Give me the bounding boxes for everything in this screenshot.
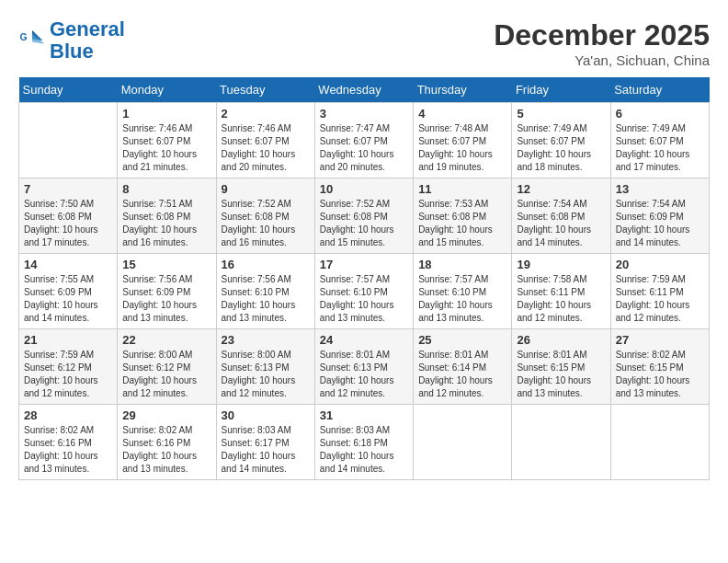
calendar-week-row: 14Sunrise: 7:55 AM Sunset: 6:09 PM Dayli…	[19, 254, 710, 329]
day-number: 19	[517, 258, 605, 271]
calendar-cell: 23Sunrise: 8:00 AM Sunset: 6:13 PM Dayli…	[216, 329, 314, 405]
svg-text:G: G	[20, 31, 28, 42]
day-info: Sunrise: 7:54 AM Sunset: 6:09 PM Dayligh…	[616, 198, 704, 249]
day-info: Sunrise: 7:57 AM Sunset: 6:10 PM Dayligh…	[418, 273, 506, 325]
day-info: Sunrise: 8:01 AM Sunset: 6:14 PM Dayligh…	[418, 349, 506, 400]
calendar-cell: 14Sunrise: 7:55 AM Sunset: 6:09 PM Dayli…	[19, 254, 118, 329]
day-number: 1	[122, 107, 210, 121]
day-number: 6	[616, 107, 704, 121]
day-number: 21	[24, 333, 112, 347]
day-info: Sunrise: 7:52 AM Sunset: 6:08 PM Dayligh…	[222, 198, 310, 249]
day-info: Sunrise: 8:01 AM Sunset: 6:13 PM Dayligh…	[320, 349, 408, 400]
calendar-cell: 27Sunrise: 8:02 AM Sunset: 6:15 PM Dayli…	[610, 329, 709, 405]
calendar-cell: 18Sunrise: 7:57 AM Sunset: 6:10 PM Dayli…	[414, 254, 512, 329]
day-info: Sunrise: 8:00 AM Sunset: 6:12 PM Dayligh…	[122, 349, 210, 400]
day-info: Sunrise: 7:50 AM Sunset: 6:08 PM Dayligh…	[24, 198, 112, 249]
day-number: 13	[616, 182, 704, 196]
day-number: 24	[320, 333, 408, 347]
calendar-cell: 22Sunrise: 8:00 AM Sunset: 6:12 PM Dayli…	[118, 329, 216, 405]
calendar-cell: 16Sunrise: 7:56 AM Sunset: 6:10 PM Dayli…	[216, 254, 314, 329]
logo-line1: General	[50, 17, 125, 40]
day-number: 16	[222, 258, 310, 271]
calendar-cell: 20Sunrise: 7:59 AM Sunset: 6:11 PM Dayli…	[610, 254, 709, 329]
calendar-cell: 11Sunrise: 7:53 AM Sunset: 6:08 PM Dayli…	[414, 178, 512, 254]
title-block: December 2025 Ya'an, Sichuan, China	[494, 18, 710, 68]
day-number: 18	[418, 258, 506, 271]
day-info: Sunrise: 8:03 AM Sunset: 6:18 PM Dayligh…	[320, 424, 408, 476]
calendar-header: SundayMondayTuesdayWednesdayThursdayFrid…	[19, 77, 710, 103]
calendar-cell: 13Sunrise: 7:54 AM Sunset: 6:09 PM Dayli…	[610, 178, 709, 254]
logo-icon: G	[18, 27, 46, 54]
day-number: 4	[418, 107, 506, 121]
page-header: G General Blue December 2025 Ya'an, Sich…	[18, 18, 710, 68]
calendar-cell: 8Sunrise: 7:51 AM Sunset: 6:08 PM Daylig…	[118, 178, 216, 254]
calendar-table: SundayMondayTuesdayWednesdayThursdayFrid…	[18, 77, 710, 480]
day-info: Sunrise: 7:52 AM Sunset: 6:08 PM Dayligh…	[320, 198, 408, 249]
day-info: Sunrise: 7:59 AM Sunset: 6:11 PM Dayligh…	[616, 273, 704, 325]
weekday-header: Saturday	[610, 77, 709, 103]
day-info: Sunrise: 7:54 AM Sunset: 6:08 PM Dayligh…	[517, 198, 605, 249]
calendar-cell: 12Sunrise: 7:54 AM Sunset: 6:08 PM Dayli…	[512, 178, 610, 254]
calendar-cell: 25Sunrise: 8:01 AM Sunset: 6:14 PM Dayli…	[414, 329, 512, 405]
calendar-cell: 28Sunrise: 8:02 AM Sunset: 6:16 PM Dayli…	[19, 405, 118, 480]
month-year: December 2025	[494, 18, 710, 52]
day-info: Sunrise: 7:48 AM Sunset: 6:07 PM Dayligh…	[418, 122, 506, 174]
day-number: 20	[616, 258, 704, 271]
day-number: 5	[517, 107, 605, 121]
calendar-cell: 6Sunrise: 7:49 AM Sunset: 6:07 PM Daylig…	[610, 103, 709, 178]
calendar-cell: 9Sunrise: 7:52 AM Sunset: 6:08 PM Daylig…	[216, 178, 314, 254]
day-info: Sunrise: 7:51 AM Sunset: 6:08 PM Dayligh…	[122, 198, 210, 249]
day-info: Sunrise: 7:49 AM Sunset: 6:07 PM Dayligh…	[517, 122, 605, 174]
day-number: 31	[320, 408, 408, 422]
calendar-cell: 21Sunrise: 7:59 AM Sunset: 6:12 PM Dayli…	[19, 329, 118, 405]
day-info: Sunrise: 7:46 AM Sunset: 6:07 PM Dayligh…	[222, 122, 310, 174]
day-info: Sunrise: 7:57 AM Sunset: 6:10 PM Dayligh…	[320, 273, 408, 325]
day-info: Sunrise: 7:55 AM Sunset: 6:09 PM Dayligh…	[24, 273, 112, 325]
day-info: Sunrise: 8:01 AM Sunset: 6:15 PM Dayligh…	[517, 349, 605, 400]
calendar-cell: 30Sunrise: 8:03 AM Sunset: 6:17 PM Dayli…	[216, 405, 314, 480]
calendar-body: 1Sunrise: 7:46 AM Sunset: 6:07 PM Daylig…	[19, 103, 710, 480]
calendar-cell: 17Sunrise: 7:57 AM Sunset: 6:10 PM Dayli…	[314, 254, 413, 329]
calendar-cell: 29Sunrise: 8:02 AM Sunset: 6:16 PM Dayli…	[118, 405, 216, 480]
location: Ya'an, Sichuan, China	[494, 52, 710, 68]
day-number: 9	[222, 182, 310, 196]
day-info: Sunrise: 8:02 AM Sunset: 6:16 PM Dayligh…	[24, 424, 112, 476]
calendar-cell: 1Sunrise: 7:46 AM Sunset: 6:07 PM Daylig…	[118, 103, 216, 178]
day-info: Sunrise: 7:46 AM Sunset: 6:07 PM Dayligh…	[122, 122, 210, 174]
calendar-cell: 5Sunrise: 7:49 AM Sunset: 6:07 PM Daylig…	[512, 103, 610, 178]
calendar-cell: 31Sunrise: 8:03 AM Sunset: 6:18 PM Dayli…	[314, 405, 413, 480]
day-info: Sunrise: 8:02 AM Sunset: 6:15 PM Dayligh…	[616, 349, 704, 400]
calendar-week-row: 21Sunrise: 7:59 AM Sunset: 6:12 PM Dayli…	[19, 329, 710, 405]
day-info: Sunrise: 7:53 AM Sunset: 6:08 PM Dayligh…	[418, 198, 506, 249]
day-info: Sunrise: 7:47 AM Sunset: 6:07 PM Dayligh…	[320, 122, 408, 174]
weekday-header: Sunday	[19, 77, 118, 103]
calendar-cell	[512, 405, 610, 480]
weekday-row: SundayMondayTuesdayWednesdayThursdayFrid…	[19, 77, 710, 103]
weekday-header: Monday	[118, 77, 216, 103]
calendar-cell: 24Sunrise: 8:01 AM Sunset: 6:13 PM Dayli…	[314, 329, 413, 405]
calendar-cell	[414, 405, 512, 480]
weekday-header: Tuesday	[216, 77, 314, 103]
day-info: Sunrise: 8:03 AM Sunset: 6:17 PM Dayligh…	[222, 424, 310, 476]
day-number: 12	[517, 182, 605, 196]
day-info: Sunrise: 7:56 AM Sunset: 6:10 PM Dayligh…	[222, 273, 310, 325]
calendar-week-row: 1Sunrise: 7:46 AM Sunset: 6:07 PM Daylig…	[19, 103, 710, 178]
calendar-cell: 15Sunrise: 7:56 AM Sunset: 6:09 PM Dayli…	[118, 254, 216, 329]
calendar-cell: 19Sunrise: 7:58 AM Sunset: 6:11 PM Dayli…	[512, 254, 610, 329]
day-number: 27	[616, 333, 704, 347]
day-number: 14	[24, 258, 112, 271]
calendar-cell: 2Sunrise: 7:46 AM Sunset: 6:07 PM Daylig…	[216, 103, 314, 178]
day-number: 15	[122, 258, 210, 271]
day-number: 22	[122, 333, 210, 347]
logo-line2: Blue	[50, 40, 94, 63]
day-number: 30	[222, 408, 310, 422]
day-number: 26	[517, 333, 605, 347]
day-number: 7	[24, 182, 112, 196]
day-info: Sunrise: 7:58 AM Sunset: 6:11 PM Dayligh…	[517, 273, 605, 325]
weekday-header: Wednesday	[314, 77, 413, 103]
day-info: Sunrise: 7:56 AM Sunset: 6:09 PM Dayligh…	[122, 273, 210, 325]
calendar-cell: 7Sunrise: 7:50 AM Sunset: 6:08 PM Daylig…	[19, 178, 118, 254]
day-info: Sunrise: 7:59 AM Sunset: 6:12 PM Dayligh…	[24, 349, 112, 400]
day-number: 28	[24, 408, 112, 422]
calendar-cell: 3Sunrise: 7:47 AM Sunset: 6:07 PM Daylig…	[314, 103, 413, 178]
